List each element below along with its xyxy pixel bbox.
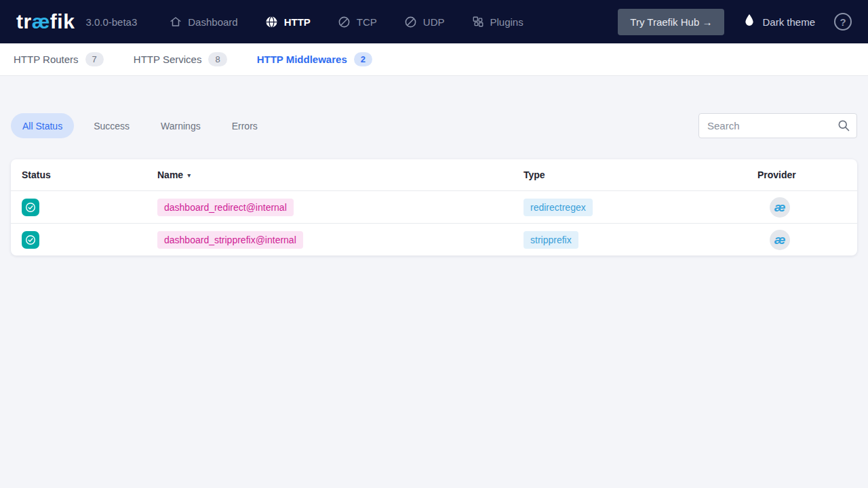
filter-tab-warnings[interactable]: Warnings <box>149 113 212 138</box>
filter-tab-all-status[interactable]: All Status <box>11 113 74 138</box>
help-button[interactable]: ? <box>834 13 852 30</box>
column-header-type: Type <box>524 169 757 180</box>
filter-row: All Status Success Warnings Errors <box>11 113 857 138</box>
http-subnav: HTTP Routers 7 HTTP Services 8 HTTP Midd… <box>0 43 868 76</box>
nav-item-label: Plugins <box>490 16 524 28</box>
success-check-icon <box>22 231 39 249</box>
table-header-row: Status Name ▾ Type Provider <box>11 159 857 190</box>
dark-theme-label: Dark theme <box>762 16 815 28</box>
count-badge: 2 <box>354 52 372 66</box>
count-badge: 7 <box>85 52 104 66</box>
nav-item-label: HTTP <box>284 16 311 28</box>
dark-theme-toggle[interactable]: Dark theme <box>743 14 815 30</box>
main-nav: Dashboard HTTP TCP UDP Plugins <box>170 16 523 28</box>
internal-provider-icon: æ <box>770 230 790 250</box>
status-cell <box>22 231 157 249</box>
nav-item-label: Dashboard <box>188 16 237 28</box>
logo-text: fik <box>50 10 75 33</box>
question-mark-icon: ? <box>840 16 846 28</box>
nav-item-dashboard[interactable]: Dashboard <box>170 16 237 28</box>
provider-cell: æ <box>757 230 846 250</box>
success-check-icon <box>22 199 39 216</box>
sort-caret-icon: ▾ <box>187 171 191 179</box>
column-header-name[interactable]: Name ▾ <box>157 169 524 180</box>
subnav-item-http-services[interactable]: HTTP Services 8 <box>134 52 227 66</box>
nav-item-plugins[interactable]: Plugins <box>472 16 524 28</box>
column-header-provider: Provider <box>757 169 846 180</box>
navbar-right: Try Traefik Hub → Dark theme ? <box>618 9 852 35</box>
type-cell: stripprefix <box>524 231 757 249</box>
subnav-label: HTTP Routers <box>14 54 79 65</box>
filter-tab-success[interactable]: Success <box>82 113 141 138</box>
middleware-type-badge: redirectregex <box>524 199 593 216</box>
middlewares-table: Status Name ▾ Type Provider dashboard_re… <box>11 159 857 256</box>
nav-item-http[interactable]: HTTP <box>265 16 311 28</box>
try-traefik-hub-button[interactable]: Try Traefik Hub → <box>618 9 724 35</box>
count-badge: 8 <box>208 52 226 66</box>
filter-tab-errors[interactable]: Errors <box>220 113 269 138</box>
subnav-label: HTTP Services <box>134 54 202 65</box>
status-filter-tabs: All Status Success Warnings Errors <box>11 113 269 138</box>
type-cell: redirectregex <box>524 199 757 216</box>
tcp-icon <box>338 16 351 28</box>
nav-item-label: TCP <box>357 16 377 28</box>
table-row[interactable]: dashboard_stripprefix@internal strippref… <box>11 223 857 256</box>
subnav-item-http-routers[interactable]: HTTP Routers 7 <box>14 52 104 66</box>
main-content: All Status Success Warnings Errors Statu… <box>0 76 868 256</box>
name-cell: dashboard_stripprefix@internal <box>157 231 524 249</box>
version-label: 3.0.0-beta3 <box>85 16 137 28</box>
search-input[interactable] <box>698 113 857 138</box>
logo-text: tr <box>16 10 32 33</box>
nav-item-tcp[interactable]: TCP <box>338 16 377 28</box>
udp-icon <box>404 16 417 28</box>
globe-icon <box>265 16 278 28</box>
plugins-icon <box>472 16 484 28</box>
middleware-name-badge: dashboard_stripprefix@internal <box>157 231 303 249</box>
traefik-logo[interactable]: træfik <box>16 10 75 33</box>
subnav-item-http-middlewares[interactable]: HTTP Middlewares 2 <box>257 52 372 66</box>
internal-provider-icon: æ <box>770 197 790 218</box>
nav-item-label: UDP <box>423 16 445 28</box>
subnav-label: HTTP Middlewares <box>257 54 347 65</box>
name-cell: dashboard_redirect@internal <box>157 199 524 216</box>
middleware-name-badge: dashboard_redirect@internal <box>157 199 294 216</box>
top-navbar: træfik 3.0.0-beta3 Dashboard HTTP TCP UD <box>0 0 868 43</box>
middleware-type-badge: stripprefix <box>524 231 578 249</box>
table-row[interactable]: dashboard_redirect@internal redirectrege… <box>11 190 857 223</box>
droplet-icon <box>743 14 755 30</box>
search-icon <box>837 119 850 135</box>
search-box <box>698 113 857 138</box>
status-cell <box>22 199 157 216</box>
logo-ae-glyph: æ <box>32 10 50 33</box>
home-icon <box>170 16 182 28</box>
column-header-status: Status <box>22 169 157 180</box>
provider-cell: æ <box>757 197 846 218</box>
nav-item-udp[interactable]: UDP <box>404 16 445 28</box>
